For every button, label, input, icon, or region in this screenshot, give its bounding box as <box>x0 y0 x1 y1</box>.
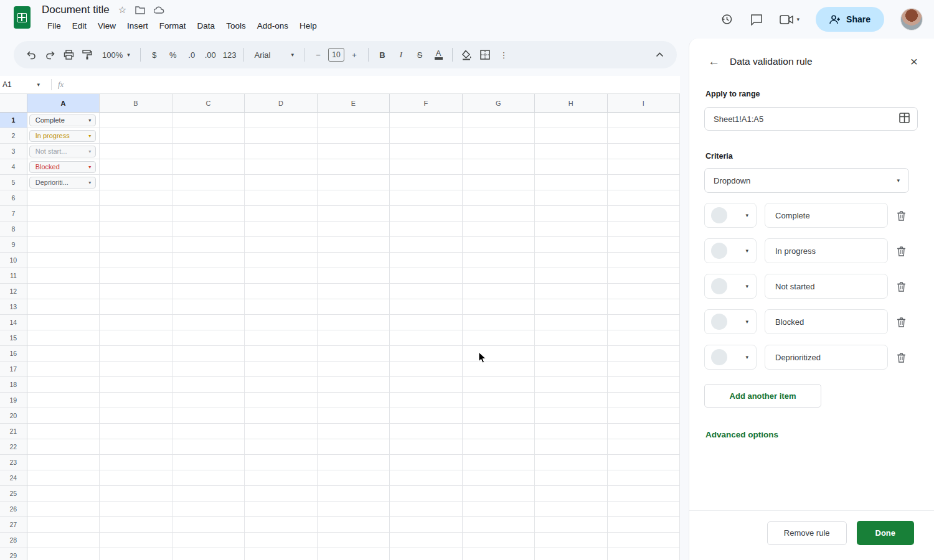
grid-cell-b1[interactable] <box>100 113 172 128</box>
grid-cell-e19[interactable] <box>318 393 390 408</box>
row-header-4[interactable]: 4 <box>0 159 27 175</box>
done-button[interactable]: Done <box>857 521 915 545</box>
grid-cell-a12[interactable] <box>27 284 100 299</box>
grid-cell-g2[interactable] <box>463 128 535 144</box>
grid-cell-h10[interactable] <box>535 253 607 268</box>
number-format-button[interactable]: 123 <box>220 46 239 63</box>
grid-cell-f22[interactable] <box>390 439 462 455</box>
grid-cell-g5[interactable] <box>463 175 535 190</box>
grid-cell-d13[interactable] <box>245 299 317 315</box>
grid-cell-i16[interactable] <box>608 346 680 362</box>
increase-font-size-button[interactable]: + <box>346 46 363 63</box>
grid-cell-c25[interactable] <box>172 486 245 502</box>
grid-cell-a11[interactable] <box>27 268 100 284</box>
row-header-23[interactable]: 23 <box>0 455 27 470</box>
share-button[interactable]: Share <box>816 7 884 32</box>
grid-cell-h22[interactable] <box>535 439 607 455</box>
item-text-input[interactable] <box>765 309 888 334</box>
grid-cell-i25[interactable] <box>608 486 680 502</box>
grid-cell-c14[interactable] <box>172 315 245 330</box>
grid-cell-d16[interactable] <box>245 346 317 362</box>
grid-cell-i15[interactable] <box>608 330 680 346</box>
redo-icon[interactable] <box>41 46 59 63</box>
grid-cell-b2[interactable] <box>100 128 172 144</box>
grid-cell-h20[interactable] <box>535 408 607 424</box>
grid-cell-e21[interactable] <box>318 424 390 439</box>
grid-cell-d22[interactable] <box>245 439 317 455</box>
grid-cell-i4[interactable] <box>608 159 680 175</box>
grid-cell-a5[interactable]: Deprioriti...▾ <box>27 175 100 190</box>
add-another-item-button[interactable]: Add another item <box>704 384 821 408</box>
column-header-d[interactable]: D <box>245 94 317 113</box>
grid-cell-a3[interactable]: Not start...▾ <box>27 144 100 159</box>
select-all-corner[interactable] <box>0 94 27 113</box>
grid-cell-c6[interactable] <box>172 190 245 206</box>
grid-cell-i9[interactable] <box>608 237 680 253</box>
grid-cell-a27[interactable] <box>27 517 100 533</box>
grid-cell-i5[interactable] <box>608 175 680 190</box>
grid-cell-b3[interactable] <box>100 144 172 159</box>
grid-cell-a14[interactable] <box>27 315 100 330</box>
grid-cell-d17[interactable] <box>245 362 317 377</box>
grid-cell-a23[interactable] <box>27 455 100 470</box>
dropdown-chip[interactable]: Deprioriti...▾ <box>29 177 96 189</box>
grid-cell-c19[interactable] <box>172 393 245 408</box>
menu-view[interactable]: View <box>92 19 121 32</box>
grid-cell-c23[interactable] <box>172 455 245 470</box>
grid-cell-d20[interactable] <box>245 408 317 424</box>
grid-cell-i6[interactable] <box>608 190 680 206</box>
item-text-input[interactable] <box>765 345 888 370</box>
delete-item-icon[interactable] <box>897 246 906 256</box>
column-header-f[interactable]: F <box>390 94 462 113</box>
cloud-status-icon[interactable] <box>154 6 164 14</box>
grid-cell-i8[interactable] <box>608 222 680 237</box>
grid-cell-g4[interactable] <box>463 159 535 175</box>
item-color-selector[interactable]: ▾ <box>704 309 757 334</box>
advanced-options-link[interactable]: Advanced options <box>705 430 778 439</box>
grid-cell-f14[interactable] <box>390 315 462 330</box>
paint-format-icon[interactable] <box>78 46 96 63</box>
grid-cell-a21[interactable] <box>27 424 100 439</box>
name-box[interactable]: A1 ▾ <box>0 80 45 89</box>
grid-cell-d29[interactable] <box>245 548 317 560</box>
close-icon[interactable]: × <box>910 57 918 67</box>
remove-rule-button[interactable]: Remove rule <box>767 521 847 545</box>
row-header-7[interactable]: 7 <box>0 206 27 222</box>
grid-cell-d11[interactable] <box>245 268 317 284</box>
menu-format[interactable]: Format <box>154 19 192 32</box>
grid-cell-f16[interactable] <box>390 346 462 362</box>
grid-cell-h16[interactable] <box>535 346 607 362</box>
grid-cell-e2[interactable] <box>318 128 390 144</box>
grid-cell-c26[interactable] <box>172 502 245 517</box>
grid-cell-a9[interactable] <box>27 237 100 253</box>
grid-cell-h12[interactable] <box>535 284 607 299</box>
grid-cell-d5[interactable] <box>245 175 317 190</box>
grid-cell-c10[interactable] <box>172 253 245 268</box>
item-text-input[interactable] <box>765 274 888 299</box>
item-color-selector[interactable]: ▾ <box>704 203 757 228</box>
grid-cell-c24[interactable] <box>172 470 245 486</box>
grid-cell-i28[interactable] <box>608 533 680 548</box>
grid-cell-d6[interactable] <box>245 190 317 206</box>
increase-decimals-button[interactable]: .00 <box>202 46 219 63</box>
grid-cell-b27[interactable] <box>100 517 172 533</box>
row-header-19[interactable]: 19 <box>0 393 27 408</box>
grid-cell-b12[interactable] <box>100 284 172 299</box>
row-header-28[interactable]: 28 <box>0 533 27 548</box>
font-select[interactable]: Arial▾ <box>249 46 299 63</box>
grid-cell-e12[interactable] <box>318 284 390 299</box>
grid-cell-a13[interactable] <box>27 299 100 315</box>
column-header-e[interactable]: E <box>318 94 390 113</box>
row-header-5[interactable]: 5 <box>0 175 27 190</box>
grid-cell-f20[interactable] <box>390 408 462 424</box>
grid-cell-e8[interactable] <box>318 222 390 237</box>
grid-cell-i27[interactable] <box>608 517 680 533</box>
version-history-icon[interactable] <box>720 12 734 26</box>
delete-item-icon[interactable] <box>897 281 906 292</box>
grid-cell-i21[interactable] <box>608 424 680 439</box>
grid-cell-a29[interactable] <box>27 548 100 560</box>
grid-cell-b4[interactable] <box>100 159 172 175</box>
grid-cell-f25[interactable] <box>390 486 462 502</box>
grid-cell-d25[interactable] <box>245 486 317 502</box>
grid-cell-f13[interactable] <box>390 299 462 315</box>
